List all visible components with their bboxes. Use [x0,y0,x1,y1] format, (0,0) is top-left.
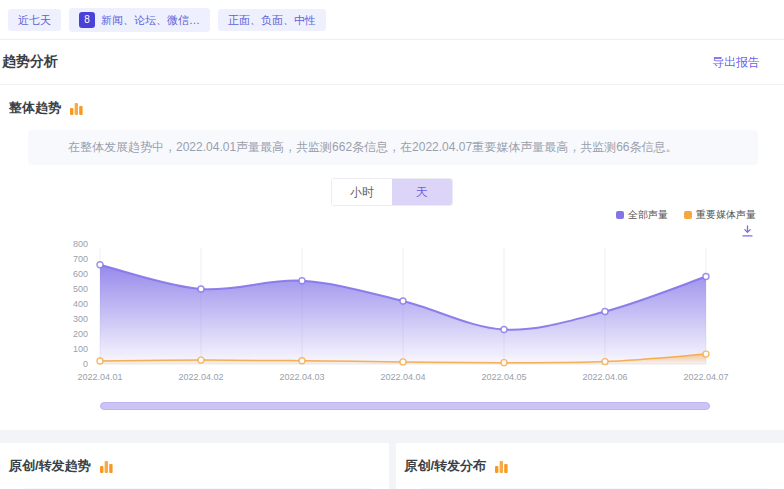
trend-area-chart[interactable]: 01002003004005006007008002022.04.012022.… [20,238,764,388]
legend-swatch-purple [616,211,624,219]
svg-text:2022.04.05: 2022.04.05 [481,372,526,382]
svg-text:2022.04.06: 2022.04.06 [582,372,627,382]
legend-item-total-volume[interactable]: 全部声量 [616,208,668,222]
podium-chart-icon [69,101,84,116]
svg-text:2022.04.03: 2022.04.03 [279,372,324,382]
datazoom-slider[interactable] [100,402,710,410]
section-title-overall-trend: 整体趋势 [9,99,61,117]
page-header: 趋势分析 导出报告 [0,40,784,85]
original-repost-distribution-card: 原创/转发分布 监测信息总量3294条信息，其中原创声量占比66.45%，共计2… [396,443,784,489]
podium-chart-icon [494,459,509,474]
legend-swatch-orange [684,211,692,219]
page-title: 趋势分析 [2,53,58,71]
toggle-day-button[interactable]: 天 [392,179,452,205]
svg-text:800: 800 [73,239,88,249]
toggle-hour-button[interactable]: 小时 [332,179,392,205]
podium-chart-icon [99,459,114,474]
export-report-button[interactable]: 导出报告 [712,54,760,71]
svg-text:100: 100 [73,344,88,354]
filter-chip-label: 近七天 [18,13,51,27]
chart-legend: 全部声量 重要媒体声量 [0,208,784,222]
legend-item-key-media-volume[interactable]: 重要媒体声量 [684,208,756,222]
overall-trend-card: 整体趋势 在整体发展趋势中，2022.04.01声量最高，共监测662条信息，在… [0,85,784,430]
svg-text:200: 200 [73,329,88,339]
filter-chip-label: 正面、负面、中性 [228,13,316,27]
svg-text:2022.04.07: 2022.04.07 [683,372,728,382]
legend-label: 重要媒体声量 [696,208,756,222]
svg-text:300: 300 [73,314,88,324]
svg-text:2022.04.04: 2022.04.04 [380,372,425,382]
filter-chip-media-types[interactable]: 8 新闻、论坛、微信… [69,8,210,32]
svg-text:700: 700 [73,254,88,264]
legend-label: 全部声量 [628,208,668,222]
svg-text:2022.04.02: 2022.04.02 [178,372,223,382]
filter-chip-date-range[interactable]: 近七天 [8,9,61,31]
media-count-badge: 8 [79,12,95,28]
filter-chip-label: 新闻、论坛、微信… [101,13,200,27]
section-title-original-repost-trend: 原创/转发趋势 [9,457,91,475]
overall-trend-summary: 在整体发展趋势中，2022.04.01声量最高，共监测662条信息，在2022.… [28,130,758,165]
section-title-original-repost-distribution: 原创/转发分布 [405,457,487,475]
svg-text:500: 500 [73,284,88,294]
svg-text:2022.04.01: 2022.04.01 [77,372,122,382]
original-repost-trend-card: 原创/转发趋势 原创/转发趋势中原创声量在2022.04.01最高，共监测510… [0,443,389,489]
filter-chip-sentiment[interactable]: 正面、负面、中性 [218,9,326,31]
download-chart-icon[interactable] [741,225,754,238]
filter-bar: 近七天 8 新闻、论坛、微信… 正面、负面、中性 [0,0,784,40]
svg-text:400: 400 [73,299,88,309]
svg-text:600: 600 [73,269,88,279]
svg-text:0: 0 [83,359,88,369]
granularity-toggle: 小时 天 [331,178,453,206]
bottom-cards-row: 原创/转发趋势 原创/转发趋势中原创声量在2022.04.01最高，共监测510… [0,443,784,489]
